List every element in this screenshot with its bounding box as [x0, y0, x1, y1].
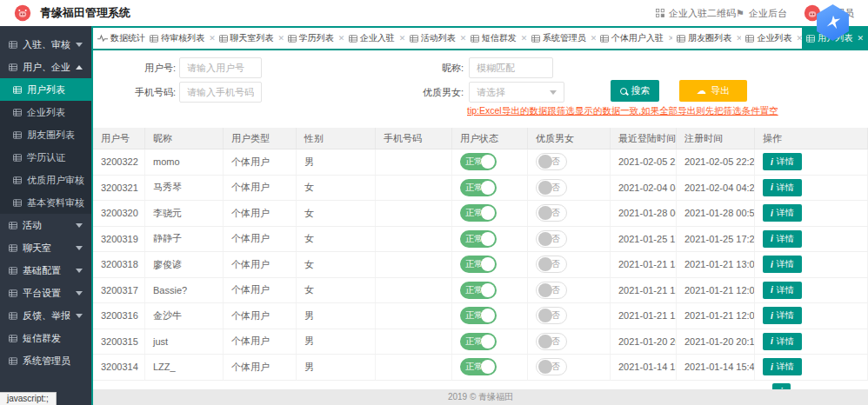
sidebar-item[interactable]: 系统管理员: [0, 349, 91, 372]
tab-item[interactable]: 个体用户入驻✕: [596, 28, 672, 49]
cell-nickname: 马秀琴: [145, 176, 224, 201]
sidebar-item[interactable]: 基础配置: [0, 259, 91, 282]
quality-toggle-off[interactable]: 否: [536, 256, 567, 273]
detail-button[interactable]: i: [772, 383, 791, 389]
tab-item[interactable]: 企业入驻✕: [344, 28, 405, 49]
flag-icon: ⚑: [736, 8, 744, 19]
cell-user-id: 3200319: [93, 227, 145, 252]
detail-button[interactable]: i详情: [763, 333, 802, 350]
tab-label: 聊天室列表: [230, 32, 274, 44]
tab-item[interactable]: 短信群发✕: [466, 28, 527, 49]
cell-quality: 否: [528, 329, 611, 355]
user-status-toggle-on[interactable]: 正常: [460, 256, 497, 273]
cell-phone: [376, 303, 452, 329]
tab-item[interactable]: 聊天室列表✕: [215, 28, 284, 49]
detail-button[interactable]: i详情: [763, 307, 802, 324]
table-row: 3200322momo个体用户男正常否2021-02-05 22:292021-…: [93, 149, 868, 176]
cell-last-login: 2021-01-21 13:01: [611, 252, 677, 277]
user-status-toggle-on[interactable]: 正常: [460, 307, 497, 324]
user-status-toggle-on[interactable]: 正常: [460, 230, 497, 248]
tab-item[interactable]: 数据统计: [93, 28, 145, 49]
company-backstage-label: 企业后台: [749, 7, 787, 20]
tab-item[interactable]: 待审核列表✕: [145, 28, 214, 49]
sidebar-subitem[interactable]: 学历认证: [0, 146, 91, 169]
sidebar-item[interactable]: 活动: [0, 214, 91, 236]
cell-user-status: 正常: [452, 329, 528, 355]
close-icon[interactable]: ✕: [460, 34, 466, 43]
export-tip-text: tip:Excel导出的数据跟筛选显示的数据一致,如果全部导出则先把筛选条件置空: [467, 105, 778, 117]
table-row: 3200316金沙牛个体用户男正常否2021-01-21 12:042021-0…: [93, 303, 868, 329]
toggle-knob: [538, 257, 552, 271]
sidebar-item-label: 用户、企业: [23, 61, 70, 74]
quality-toggle-off[interactable]: 否: [536, 358, 567, 375]
sidebar-subitem[interactable]: 企业列表: [0, 101, 91, 123]
detail-button[interactable]: i详情: [763, 358, 802, 375]
sidebar-item-label: 入驻、审核: [23, 38, 70, 51]
quality-toggle-off[interactable]: 否: [536, 179, 567, 196]
sidebar-subitem[interactable]: 朋友圈列表: [0, 123, 91, 146]
table-body: 3200322momo个体用户男正常否2021-02-05 22:292021-…: [93, 149, 868, 381]
tab-item[interactable]: 活动列表✕: [405, 28, 466, 49]
quality-toggle-off[interactable]: 否: [536, 204, 567, 222]
tab-item[interactable]: 朋友圈列表✕: [672, 28, 741, 49]
user-status-toggle-on[interactable]: 正常: [460, 179, 497, 196]
tab-item[interactable]: 系统管理员✕: [527, 28, 596, 49]
sidebar-item-label: 基础配置: [23, 264, 61, 277]
detail-button[interactable]: i详情: [763, 256, 802, 273]
cell-phone: [376, 176, 452, 201]
list-icon: [600, 35, 609, 43]
quality-select[interactable]: 请选择: [469, 82, 564, 103]
cell-phone: [376, 149, 452, 175]
user-status-toggle-on[interactable]: 正常: [460, 153, 497, 170]
column-header: 优质男女: [528, 128, 611, 149]
quality-toggle-off[interactable]: 否: [536, 307, 567, 324]
close-icon[interactable]: ✕: [399, 34, 405, 43]
company-qr-link[interactable]: 企业入驻二维码: [656, 0, 736, 26]
user-status-toggle-on[interactable]: 正常: [460, 282, 497, 299]
sidebar-item[interactable]: 短信群发: [0, 327, 91, 349]
nickname-input[interactable]: [469, 57, 553, 78]
list-icon: [745, 35, 754, 43]
close-icon[interactable]: ✕: [338, 34, 344, 43]
search-button[interactable]: 搜索: [611, 80, 659, 102]
close-icon[interactable]: ✕: [796, 34, 802, 43]
list-icon: [349, 35, 357, 43]
user-status-toggle-on[interactable]: 正常: [460, 358, 497, 375]
toggle-knob: [481, 206, 495, 220]
sidebar-item[interactable]: 反馈、举报: [0, 304, 91, 327]
sidebar-subitem[interactable]: 基本资料审核: [0, 191, 91, 214]
sidebar-item[interactable]: 聊天室: [0, 236, 91, 259]
toggle-off-label: 否: [551, 309, 560, 322]
close-icon[interactable]: ✕: [857, 34, 864, 43]
company-backstage-link[interactable]: ⚑ 企业后台: [736, 0, 787, 26]
app-logo-pig-icon: [13, 3, 32, 23]
sidebar-item[interactable]: 用户、企业: [0, 56, 91, 78]
sidebar-item[interactable]: 平台设置: [0, 282, 91, 304]
sidebar-subitem-label: 基本资料审核: [27, 196, 84, 209]
detail-button[interactable]: i详情: [763, 230, 802, 248]
user-status-toggle-on[interactable]: 正常: [460, 204, 497, 222]
tab-item[interactable]: 企业列表✕: [741, 28, 802, 49]
sidebar-item[interactable]: 入驻、审核: [0, 33, 91, 56]
close-icon[interactable]: ✕: [521, 34, 527, 43]
phone-input[interactable]: [179, 82, 262, 103]
sidebar-subitem[interactable]: 用户列表: [0, 78, 91, 101]
export-button[interactable]: ☁ 导出: [679, 80, 747, 102]
detail-button[interactable]: i详情: [763, 204, 802, 222]
sidebar-subitem-label: 朋友圈列表: [27, 129, 75, 142]
quality-toggle-off[interactable]: 否: [536, 230, 567, 248]
user-no-input[interactable]: [179, 57, 262, 78]
sidebar-subitem[interactable]: 优质用户审核: [0, 169, 91, 191]
detail-button[interactable]: i详情: [763, 179, 802, 196]
tab-item[interactable]: 学历列表✕: [284, 28, 344, 49]
detail-button[interactable]: i详情: [763, 153, 802, 170]
quality-toggle-off[interactable]: 否: [536, 282, 567, 299]
cell-gender: 男: [297, 149, 376, 175]
user-status-toggle-on[interactable]: 正常: [460, 333, 497, 350]
quality-toggle-off[interactable]: 否: [536, 153, 567, 170]
info-icon: i: [771, 311, 773, 321]
quality-toggle-off[interactable]: 否: [536, 333, 567, 350]
toggle-knob: [538, 181, 552, 195]
detail-button[interactable]: i详情: [763, 282, 802, 299]
pulse-icon: [97, 34, 108, 43]
